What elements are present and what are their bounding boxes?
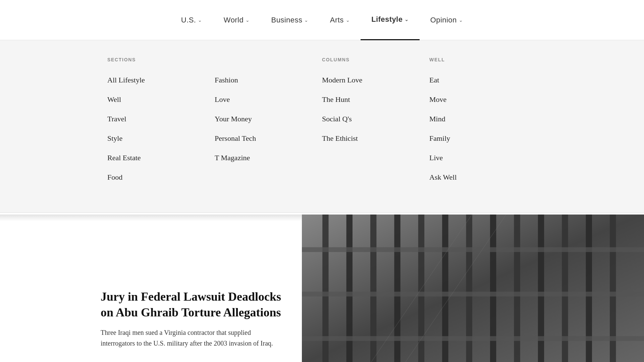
lifestyle-dropdown: SECTIONS All Lifestyle Well Travel Style… bbox=[0, 40, 644, 213]
link-all-lifestyle[interactable]: All Lifestyle bbox=[107, 76, 215, 84]
link-love[interactable]: Love bbox=[215, 95, 322, 104]
prison-bars-illustration bbox=[302, 215, 644, 362]
nav-label-business: Business bbox=[271, 16, 303, 24]
chevron-down-icon: ⌄ bbox=[346, 17, 350, 23]
link-ask-well[interactable]: Ask Well bbox=[429, 173, 537, 182]
nav-item-lifestyle[interactable]: Lifestyle ⌄ bbox=[361, 0, 420, 40]
article-title[interactable]: Jury in Federal Lawsuit Deadlocks on Abu… bbox=[101, 289, 282, 320]
link-modern-love[interactable]: Modern Love bbox=[322, 76, 429, 84]
chevron-down-icon: ⌄ bbox=[459, 17, 463, 23]
link-well[interactable]: Well bbox=[107, 95, 215, 104]
article-text-block: Jury in Federal Lawsuit Deadlocks on Abu… bbox=[0, 215, 302, 362]
svg-rect-16 bbox=[302, 292, 644, 296]
nav-label-lifestyle: Lifestyle bbox=[371, 15, 402, 24]
nav-item-us[interactable]: U.S. ⌄ bbox=[170, 0, 213, 40]
nav-label-us: U.S. bbox=[181, 16, 196, 24]
link-fashion[interactable]: Fashion bbox=[215, 76, 322, 84]
link-live[interactable]: Live bbox=[429, 154, 537, 162]
svg-rect-15 bbox=[302, 247, 644, 252]
columns-label: COLUMNS bbox=[322, 57, 429, 62]
article-summary: Three Iraqi men sued a Virginia contract… bbox=[101, 327, 282, 349]
link-mind[interactable]: Mind bbox=[429, 115, 537, 123]
chevron-down-icon: ⌄ bbox=[246, 17, 250, 23]
sections-col-1: SECTIONS All Lifestyle Well Travel Style… bbox=[107, 57, 215, 192]
columns-col: COLUMNS Modern Love The Hunt Social Q's … bbox=[322, 57, 429, 192]
link-style[interactable]: Style bbox=[107, 134, 215, 143]
link-the-hunt[interactable]: The Hunt bbox=[322, 95, 429, 104]
link-food[interactable]: Food bbox=[107, 173, 215, 182]
nav-item-business[interactable]: Business ⌄ bbox=[261, 0, 319, 40]
link-the-ethicist[interactable]: The Ethicist bbox=[322, 134, 429, 143]
link-family[interactable]: Family bbox=[429, 134, 537, 143]
chevron-down-icon: ⌄ bbox=[405, 17, 409, 22]
nav-item-opinion[interactable]: Opinion ⌄ bbox=[420, 0, 474, 40]
link-travel[interactable]: Travel bbox=[107, 115, 215, 123]
chevron-down-icon: ⌄ bbox=[198, 17, 202, 23]
nav-item-world[interactable]: World ⌄ bbox=[213, 0, 261, 40]
nav-label-world: World bbox=[224, 16, 244, 24]
nav-label-opinion: Opinion bbox=[430, 16, 457, 24]
well-col: WELL Eat Move Mind Family Live Ask Well bbox=[429, 57, 537, 192]
link-t-magazine[interactable]: T Magazine bbox=[215, 154, 322, 162]
top-navigation: U.S. ⌄ World ⌄ Business ⌄ Arts ⌄ Lifesty… bbox=[0, 0, 644, 40]
svg-rect-17 bbox=[302, 336, 644, 341]
link-personal-tech[interactable]: Personal Tech bbox=[215, 134, 322, 143]
nav-items-container: U.S. ⌄ World ⌄ Business ⌄ Arts ⌄ Lifesty… bbox=[170, 0, 474, 40]
nav-label-arts: Arts bbox=[330, 16, 344, 24]
dropdown-inner: SECTIONS All Lifestyle Well Travel Style… bbox=[87, 57, 557, 192]
nav-item-arts[interactable]: Arts ⌄ bbox=[319, 0, 361, 40]
link-social-qs[interactable]: Social Q's bbox=[322, 115, 429, 123]
link-real-estate[interactable]: Real Estate bbox=[107, 154, 215, 162]
article-section: Jury in Federal Lawsuit Deadlocks on Abu… bbox=[0, 215, 644, 362]
chevron-down-icon: ⌄ bbox=[304, 17, 308, 23]
sections-col-2: Fashion Love Your Money Personal Tech T … bbox=[215, 57, 322, 192]
article-image bbox=[302, 215, 644, 362]
link-your-money[interactable]: Your Money bbox=[215, 115, 322, 123]
link-eat[interactable]: Eat bbox=[429, 76, 537, 84]
well-label: WELL bbox=[429, 57, 537, 62]
sections-label: SECTIONS bbox=[107, 57, 215, 62]
link-move[interactable]: Move bbox=[429, 95, 537, 104]
